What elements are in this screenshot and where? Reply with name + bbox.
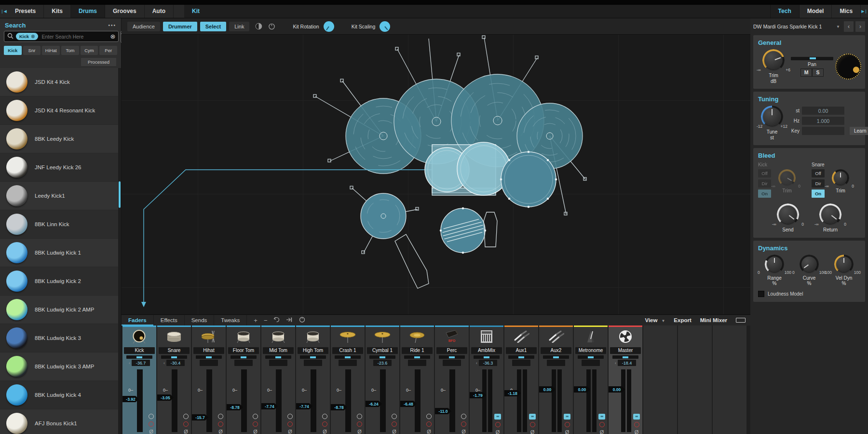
- power-icon[interactable]: [268, 23, 275, 30]
- fader-track[interactable]: [241, 369, 247, 432]
- fader-track-right[interactable]: [557, 369, 562, 432]
- kit-rotation-knob[interactable]: [324, 21, 334, 32]
- result-item-8bk-linn-kick[interactable]: 8BK Linn Kick: [0, 210, 121, 239]
- fader-value[interactable]: -15.7: [192, 414, 208, 420]
- snare-drum[interactable]: [440, 207, 486, 254]
- view-dropdown[interactable]: View▼: [645, 317, 665, 323]
- solo-button[interactable]: [149, 414, 154, 419]
- result-item-jnf-leedy-kick-26[interactable]: JNF Leedy Kick 26: [0, 153, 121, 182]
- pan-handle[interactable]: [449, 356, 455, 358]
- mute-button[interactable]: [392, 421, 397, 427]
- mute-button[interactable]: [253, 421, 258, 427]
- result-item-jsd-kit-4-kick[interactable]: JSD Kit 4 Kick: [0, 68, 121, 96]
- mixer-tab-sends[interactable]: Sends: [185, 315, 215, 326]
- solo-button[interactable]: [322, 414, 327, 419]
- bleed-snare-trim-knob[interactable]: [832, 169, 849, 187]
- mixer-channel-crash-1[interactable]: Crash 10–-8.78Ø: [331, 326, 365, 434]
- menu-tab-auto[interactable]: Auto: [145, 5, 174, 18]
- mixer-channel-hihat[interactable]: Hihat0–-15.7Ø: [192, 326, 226, 434]
- undo-icon[interactable]: [273, 317, 280, 324]
- pan-handle[interactable]: [310, 356, 316, 358]
- fader-value[interactable]: -8.78: [331, 404, 347, 410]
- mixer-channel-kick[interactable]: Kick‹-36.70–-3.92Ø: [122, 326, 156, 434]
- list-scrollbar-thumb[interactable]: [119, 181, 121, 208]
- mixer-channel-ambmix[interactable]: AmbMix‹-36.30–-1.79∞Ø: [470, 326, 503, 434]
- mixer-channel-aux1[interactable]: Aux10–-1.18∞Ø: [504, 326, 538, 434]
- channel-pan-slider[interactable]: [404, 355, 430, 359]
- trim-scroll-left-icon[interactable]: ‹: [163, 361, 165, 366]
- search-input-box[interactable]: Kick⊗ ⊗: [4, 31, 119, 42]
- panel-collapse-left-icon[interactable]: ❘◀: [0, 5, 7, 18]
- mute-button[interactable]: [495, 422, 501, 427]
- mute-button[interactable]: [218, 421, 223, 427]
- channel-pan-slider[interactable]: [265, 355, 291, 359]
- channel-trim-value[interactable]: [234, 360, 253, 366]
- stereo-link-icon[interactable]: ∞: [598, 414, 605, 420]
- hihat-pedal[interactable]: [395, 234, 429, 288]
- fader-track[interactable]: [172, 369, 177, 432]
- mixer-tab-tweaks[interactable]: Tweaks: [214, 315, 247, 326]
- result-item-8bk-ludwig-kick-4[interactable]: 8BK Ludwig Kick 4: [0, 381, 121, 409]
- phase-invert-button[interactable]: Ø: [461, 429, 466, 434]
- channel-pan-slider[interactable]: [196, 355, 222, 359]
- menu-tab-kit[interactable]: Kit: [184, 5, 771, 18]
- mixer-power-icon[interactable]: [299, 316, 305, 324]
- hihat-cymbal[interactable]: [361, 193, 406, 239]
- fader-value[interactable]: -3.92: [122, 396, 139, 402]
- learn-button[interactable]: Learn: [850, 127, 868, 135]
- filter-chip-snr[interactable]: Snr: [23, 46, 41, 55]
- mute-button[interactable]: [461, 421, 466, 427]
- channel-trim-value[interactable]: [582, 360, 600, 366]
- view-button-drummer[interactable]: Drummer: [163, 22, 197, 31]
- filter-chip-tom[interactable]: Tom: [61, 46, 79, 55]
- solo-button[interactable]: [461, 414, 466, 419]
- fader-track-left[interactable]: [482, 369, 487, 432]
- pan-handle[interactable]: [206, 356, 212, 358]
- fader-value[interactable]: -6.48: [400, 401, 417, 407]
- fader-track-left[interactable]: [517, 369, 521, 432]
- floor-tom-drum[interactable]: [500, 151, 557, 208]
- result-item-8bk-ludwig-kick-3-amp[interactable]: 8BK Ludwig Kick 3 AMP: [0, 353, 121, 381]
- mixer-channel-cymbal-1[interactable]: Cymbal 1-23.60–-6.24Ø: [366, 326, 399, 434]
- fader-value[interactable]: -6.24: [366, 401, 382, 407]
- pan-handle[interactable]: [484, 356, 489, 358]
- mixer-channel-aux2[interactable]: Aux20–0.00∞Ø: [539, 326, 573, 434]
- view-button-select[interactable]: Select: [200, 22, 226, 31]
- solo-button[interactable]: [392, 414, 397, 419]
- solo-button[interactable]: [426, 414, 432, 419]
- search-input[interactable]: [41, 33, 108, 40]
- mixer-channel-ride-1[interactable]: Ride 10–-6.48Ø: [400, 326, 434, 434]
- trim-scroll-left-icon[interactable]: ‹: [615, 361, 616, 366]
- pan-handle[interactable]: [275, 356, 281, 358]
- menu-tab-mics[interactable]: Mics: [832, 5, 861, 18]
- pan-handle[interactable]: [345, 356, 351, 358]
- mute-button[interactable]: [149, 421, 154, 427]
- fader-track[interactable]: [449, 369, 455, 432]
- fader-track-right[interactable]: [627, 369, 631, 432]
- menu-tab-tech[interactable]: Tech: [771, 5, 800, 18]
- fader-track[interactable]: [311, 369, 316, 432]
- channel-trim-value[interactable]: [547, 360, 565, 366]
- hz-field[interactable]: 1.000: [802, 117, 844, 125]
- contrast-toggle-icon[interactable]: [255, 23, 262, 30]
- mixer-channel-high-tom[interactable]: High Tom0–-7.74Ø: [296, 326, 330, 434]
- drum-select-chevron-icon[interactable]: ▼: [836, 25, 840, 29]
- kick-pedal[interactable]: [484, 212, 497, 247]
- channel-pan-slider[interactable]: [508, 355, 534, 359]
- range-knob[interactable]: [765, 255, 784, 274]
- result-item-8bk-ludwig-kick-2[interactable]: 8BK Ludwig Kick 2: [0, 267, 121, 296]
- phase-invert-button[interactable]: Ø: [149, 429, 153, 434]
- channel-trim-value[interactable]: [408, 360, 426, 366]
- channel-pan-slider[interactable]: [578, 355, 604, 359]
- mute-button[interactable]: [599, 422, 605, 427]
- pan-slider[interactable]: [791, 57, 833, 60]
- stereo-link-icon[interactable]: ∞: [529, 414, 536, 420]
- mute-button[interactable]: [530, 422, 535, 427]
- phase-invert-button[interactable]: Ø: [530, 430, 535, 434]
- mute-button[interactable]: [565, 422, 570, 427]
- search-token-kick[interactable]: Kick⊗: [16, 33, 38, 40]
- bleed-snare-on-button[interactable]: On: [812, 190, 825, 198]
- phase-invert-button[interactable]: Ø: [392, 429, 396, 434]
- channel-trim-value[interactable]: [512, 360, 530, 366]
- filter-chip-per[interactable]: Per: [99, 46, 117, 55]
